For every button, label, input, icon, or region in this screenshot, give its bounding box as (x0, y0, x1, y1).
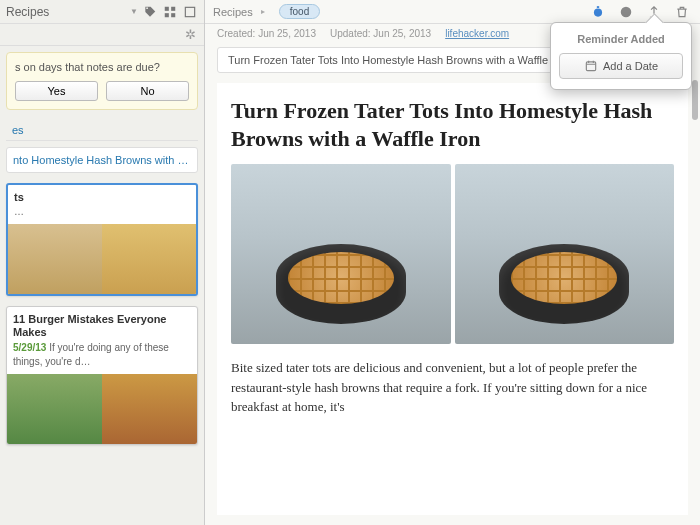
note-paragraph: Bite sized tater tots are delicious and … (231, 358, 674, 417)
sidebar-subheader: ✲ (0, 24, 204, 46)
grid-view-icon[interactable] (162, 4, 178, 20)
svg-rect-1 (171, 6, 175, 10)
created-date: Jun 25, 2013 (258, 28, 316, 39)
notebook-title[interactable]: Recipes (6, 5, 128, 19)
source-link[interactable]: lifehacker.com (445, 28, 509, 39)
note-image (231, 164, 451, 344)
scrollbar-thumb[interactable] (692, 80, 698, 120)
svg-rect-6 (597, 6, 599, 8)
reminder-icon[interactable] (588, 2, 608, 22)
note-toolbar: Recipes ▸ food (205, 0, 700, 24)
main-panel: Recipes ▸ food Reminder Added Add a Date… (205, 0, 700, 525)
gear-icon[interactable]: ✲ (185, 27, 196, 42)
breadcrumb[interactable]: Recipes (213, 6, 253, 18)
card-snippet: … (14, 206, 24, 217)
created-label: Created: (217, 28, 255, 39)
updated-date: Jun 25, 2013 (373, 28, 431, 39)
prompt-no-button[interactable]: No (106, 81, 189, 101)
expand-icon[interactable] (182, 4, 198, 20)
reminder-prompt: s on days that notes are due? Yes No (6, 52, 198, 110)
calendar-icon (584, 59, 598, 73)
updated-label: Updated: (330, 28, 371, 39)
note-card[interactable]: ts … (6, 183, 198, 296)
sidebar: Recipes ▼ ✲ s on days that notes are due… (0, 0, 205, 525)
reminder-popover: Reminder Added Add a Date (550, 22, 692, 90)
note-images (231, 164, 674, 344)
note-cards: ts … 11 Burger Mistakes Everyone Makes 5… (0, 177, 204, 451)
tag-icon[interactable] (142, 4, 158, 20)
tag-pill[interactable]: food (279, 4, 320, 19)
reminder-note-link[interactable]: nto Homestyle Hash Browns with a Waffle … (6, 147, 198, 173)
svg-point-5 (594, 8, 602, 16)
note-heading: Turn Frozen Tater Tots Into Homestyle Ha… (231, 97, 674, 152)
note-image (455, 164, 675, 344)
sidebar-header: Recipes ▼ (0, 0, 204, 24)
card-date: 5/29/13 (13, 342, 46, 353)
note-body[interactable]: Turn Frozen Tater Tots Into Homestyle Ha… (217, 83, 688, 515)
card-title: ts (14, 191, 190, 204)
card-title: 11 Burger Mistakes Everyone Makes (13, 313, 191, 339)
popover-title: Reminder Added (551, 23, 691, 53)
chevron-right-icon: ▸ (261, 7, 265, 16)
svg-rect-2 (165, 13, 169, 17)
reminder-section-link[interactable]: es (6, 120, 198, 141)
trash-icon[interactable] (672, 2, 692, 22)
chevron-down-icon[interactable]: ▼ (130, 7, 138, 16)
note-card[interactable]: 11 Burger Mistakes Everyone Makes 5/29/1… (6, 306, 198, 444)
svg-rect-4 (185, 7, 194, 16)
svg-rect-3 (171, 13, 175, 17)
svg-rect-0 (165, 6, 169, 10)
card-thumbnail (7, 374, 197, 444)
info-icon[interactable] (616, 2, 636, 22)
card-thumbnail (8, 224, 196, 294)
svg-rect-8 (586, 62, 595, 71)
add-date-button[interactable]: Add a Date (559, 53, 683, 79)
prompt-question: s on days that notes are due? (15, 61, 189, 73)
prompt-yes-button[interactable]: Yes (15, 81, 98, 101)
add-date-label: Add a Date (603, 60, 658, 72)
svg-point-7 (621, 6, 632, 17)
